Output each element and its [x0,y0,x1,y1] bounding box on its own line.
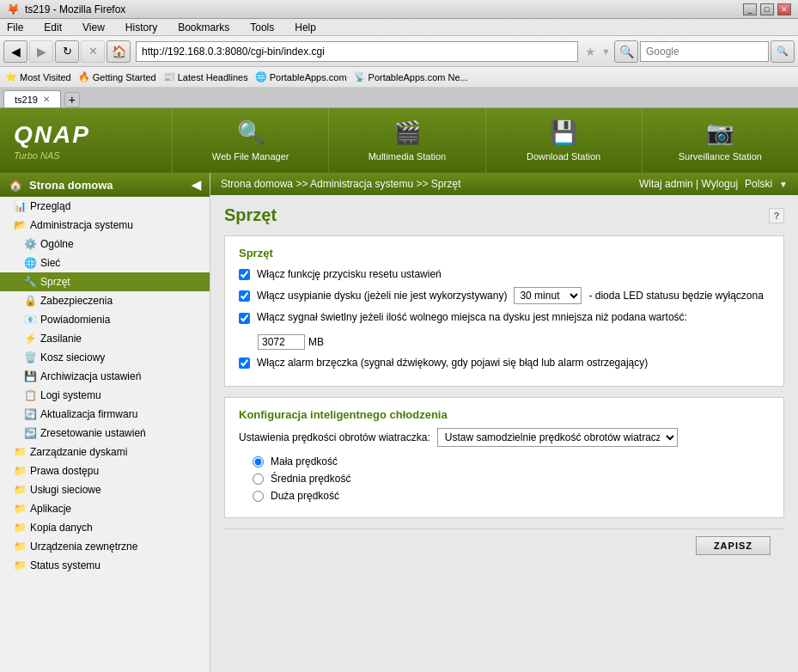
radio-small[interactable] [253,456,264,467]
menu-bar: File Edit View History Bookmarks Tools H… [0,19,798,36]
nav-web-file-manager[interactable]: 🔍 Web File Manager [172,108,328,173]
checkbox-light[interactable] [239,313,250,324]
bookmarks-bar: ⭐ Most Visited 🔥 Getting Started 📰 Lates… [0,67,798,88]
home-icon: 🏠 [9,179,22,192]
save-button[interactable]: ZAPISZ [696,536,771,555]
new-tab-button[interactable]: + [64,92,80,107]
bookmark-getting-started[interactable]: 🔥 Getting Started [78,71,156,82]
menu-help[interactable]: Help [291,20,320,35]
sidebar-item-zasilanie[interactable]: ⚡ Zasilanie [0,329,210,348]
breadcrumb-bar: Strona domowa >> Administracja systemu >… [210,173,798,195]
footer-bar: ZAPISZ [224,528,784,562]
sidebar-item-uslugi[interactable]: 📁 Usługi sieciowe [0,480,210,499]
radio-medium[interactable] [253,473,264,485]
cooling-section: Konfiguracja inteligentnego chłodzenia U… [224,397,784,518]
sidebar-toggle[interactable]: ◀ [192,178,201,192]
sidebar-item-kosz[interactable]: 🗑️ Kosz sieciowy [0,348,210,367]
radio-medium-speed: Średnia prędkość [239,473,770,485]
ogolne-icon: ⚙️ [24,238,37,250]
surveillance-station-label: Surveillance Station [679,151,762,162]
sidebar-item-logi[interactable]: 📋 Logi systemu [0,386,210,405]
bookmark-star2[interactable]: ▼ [601,46,611,57]
sidebar-header: 🏠 Strona domowa ◀ [0,173,210,197]
sidebar-item-prawa[interactable]: 📁 Prawa dostępu [0,461,210,480]
content-area: Strona domowa >> Administracja systemu >… [210,173,798,672]
address-bar[interactable] [136,41,578,62]
checkbox-reset[interactable] [239,269,250,280]
sidebar-item-dyski[interactable]: 📁 Zarządzanie dyskami [0,443,210,461]
qnap-logo: QNAP [14,121,158,149]
sidebar-item-powiadomienia[interactable]: 📧 Powiadomienia [0,310,210,329]
search-icon-btn[interactable]: 🔍 [614,40,638,63]
nav-surveillance-station[interactable]: 📷 Surveillance Station [642,108,798,173]
prawa-icon: 📁 [14,465,27,477]
tab-label: ts219 [15,95,38,105]
menu-history[interactable]: History [122,20,161,35]
nav-multimedia-station[interactable]: 🎬 Multimedia Station [328,108,484,173]
sidebar-item-sprzet[interactable]: 🔧 Sprzęt [0,272,210,291]
checkbox-buzzer-label: Włącz alarm brzęczka (sygnał dźwiękowy, … [257,357,648,369]
multimedia-station-icon: 🎬 [393,119,421,146]
dyski-icon: 📁 [14,446,27,458]
bookmark-headlines[interactable]: 📰 Latest Headlines [163,71,248,82]
sidebar-item-archiwizacja[interactable]: 💾 Archiwizacja ustawień [0,367,210,386]
minimize-button[interactable]: _ [743,3,757,15]
hardware-section-title: Sprzęt [239,247,770,260]
refresh-button[interactable]: ↻ [55,40,79,63]
fan-speed-select[interactable]: Ustaw samodzielnie prędkość obrotów wiat… [437,428,678,447]
bookmark-star[interactable]: ★ [585,45,596,58]
nav-download-station[interactable]: 💾 Download Station [485,108,642,173]
disk-space-input[interactable] [258,334,305,350]
urzadzenia-icon: 📁 [14,541,27,553]
checkbox-sleep[interactable] [239,290,250,302]
sidebar-item-aplikacje[interactable]: 📁 Aplikacje [0,499,210,518]
radio-small-speed: Mała prędkość [239,455,770,467]
sidebar: 🏠 Strona domowa ◀ 📊 Przegląd 📂 Administr… [0,173,210,672]
stop-button[interactable]: ✕ [81,40,105,63]
fan-label: Ustawienia prędkości obrotów wiatraczka: [239,431,430,443]
qnap-header: QNAP Turbo NAS 🔍 Web File Manager 🎬 Mult… [0,108,798,173]
menu-view[interactable]: View [79,20,108,35]
search-input[interactable] [640,41,769,62]
przeglad-icon: 📊 [14,200,27,212]
sidebar-item-zabezpieczenia[interactable]: 🔒 Zabezpieczenia [0,291,210,310]
forward-button[interactable]: ▶ [29,40,53,63]
bookmark-portableapps[interactable]: 🌐 PortableApps.com [255,71,347,82]
checkbox-row-2: Włącz usypianie dysku (jeżeli nie jest w… [239,287,770,304]
menu-edit[interactable]: Edit [40,20,65,35]
close-button[interactable]: ✕ [777,3,791,15]
sidebar-item-reset[interactable]: ↩️ Zresetowanie ustawień [0,424,210,443]
tab-ts219[interactable]: ts219 ✕ [3,90,61,107]
sidebar-item-aktualizacja[interactable]: 🔄 Aktualizacja firmwaru [0,405,210,424]
help-icon[interactable]: ? [769,208,784,223]
tab-close-button[interactable]: ✕ [43,95,50,104]
menu-bookmarks[interactable]: Bookmarks [174,20,233,35]
checkbox-buzzer[interactable] [239,357,250,369]
search-submit[interactable]: 🔍 [771,40,795,63]
sidebar-item-przeglad[interactable]: 📊 Przegląd [0,197,210,216]
browser-title-bar: 🦊 ts219 - Mozilla Firefox _ □ ✕ [0,0,798,19]
sleep-time-select[interactable]: 30 minut 10 minut 20 minut 1 godzina 2 g… [514,287,582,304]
qnap-subtitle: Turbo NAS [14,150,158,161]
multimedia-station-label: Multimedia Station [369,151,447,162]
menu-tools[interactable]: Tools [247,20,277,35]
bookmark-portableapps2[interactable]: 📡 PortableApps.com Ne... [354,71,468,82]
bookmark-most-visited[interactable]: ⭐ Most Visited [5,71,71,82]
language-selector[interactable]: Polski [745,178,772,190]
sidebar-item-administracja[interactable]: 📂 Administracja systemu [0,216,210,235]
browser-toolbar: ◀ ▶ ↻ ✕ 🏠 ★ ▼ 🔍 🔍 [0,36,798,67]
sidebar-item-siec[interactable]: 🌐 Sieć [0,254,210,272]
maximize-button[interactable]: □ [760,3,774,15]
language-dropdown-icon[interactable]: ▼ [779,180,788,189]
radio-small-label: Mała prędkość [271,455,338,467]
sidebar-item-status[interactable]: 📁 Status systemu [0,556,210,575]
web-file-manager-label: Web File Manager [212,151,289,162]
sidebar-item-kopia[interactable]: 📁 Kopia danych [0,518,210,537]
home-button[interactable]: 🏠 [107,40,131,63]
menu-file[interactable]: File [3,20,27,35]
sidebar-item-ogolne[interactable]: ⚙️ Ogólne [0,235,210,254]
back-button[interactable]: ◀ [3,40,27,63]
sidebar-item-urzadzenia[interactable]: 📁 Urządzenia zewnętrzne [0,537,210,556]
radio-large[interactable] [253,491,264,502]
reset-icon: ↩️ [24,427,37,439]
